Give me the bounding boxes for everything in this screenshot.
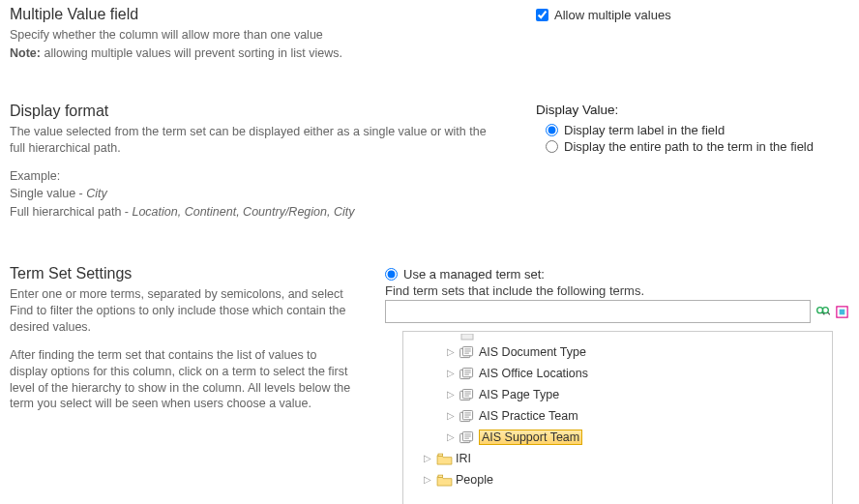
section-left: Display format The value selected from t… bbox=[10, 103, 532, 222]
folder-icon bbox=[436, 474, 452, 487]
termset-icon bbox=[459, 389, 475, 401]
tree-row[interactable]: ▷People bbox=[405, 469, 830, 490]
display-radio-label-row[interactable]: Display term label in the field bbox=[546, 123, 849, 137]
expand-arrow-icon[interactable]: ▷ bbox=[446, 390, 456, 400]
example-full-value: Location, Continent, Country/Region, Cit… bbox=[132, 205, 354, 219]
display-radio-path[interactable] bbox=[546, 140, 558, 153]
tree-row[interactable]: ▷AIS Page Type bbox=[405, 384, 830, 405]
allow-multiple-checkbox[interactable] bbox=[536, 9, 548, 21]
find-termsets-hint: Find term sets that include the followin… bbox=[385, 283, 849, 298]
use-managed-termset-radio[interactable] bbox=[385, 268, 398, 281]
tree-item-label[interactable]: AIS Office Locations bbox=[479, 367, 588, 380]
find-icon[interactable] bbox=[815, 304, 830, 319]
desc-display-format-1: The value selected from the term set can… bbox=[10, 124, 503, 157]
heading-multiple-value: Multiple Value field bbox=[10, 6, 503, 23]
example-single-prefix: Single value - bbox=[10, 187, 86, 200]
heading-display-format: Display format bbox=[10, 103, 503, 120]
expand-arrow-icon[interactable]: ▷ bbox=[446, 432, 456, 442]
tree-item-label[interactable]: AIS Support Team bbox=[479, 430, 582, 445]
svg-rect-6 bbox=[461, 334, 473, 340]
example-single: Single value - City bbox=[10, 186, 503, 202]
termset-icon bbox=[459, 346, 475, 359]
section-right: Allow multiple values bbox=[532, 6, 849, 64]
example-full-prefix: Full hierarchical path - bbox=[10, 205, 132, 219]
reset-icon[interactable] bbox=[834, 304, 849, 319]
section-right: Display Value: Display term label in the… bbox=[532, 103, 849, 222]
section-left: Term Set Settings Enter one or more term… bbox=[10, 265, 381, 504]
termset-icon bbox=[459, 431, 475, 444]
heading-termset-settings: Term Set Settings bbox=[10, 265, 352, 282]
desc-termset-1: Enter one or more terms, separated by se… bbox=[10, 286, 352, 336]
expand-arrow-icon[interactable]: ▷ bbox=[446, 369, 456, 378]
tree-row[interactable]: ▷AIS Document Type bbox=[405, 341, 830, 363]
display-value-heading: Display Value: bbox=[536, 103, 849, 117]
allow-multiple-label: Allow multiple values bbox=[554, 8, 671, 22]
display-radio-label[interactable] bbox=[546, 124, 558, 136]
tree-row[interactable]: ▷AIS Practice Team bbox=[405, 405, 830, 427]
allow-multiple-row[interactable]: Allow multiple values bbox=[536, 8, 849, 22]
example-label: Example: bbox=[10, 168, 503, 185]
section-termset-settings: Term Set Settings Enter one or more term… bbox=[0, 259, 859, 504]
note-prefix: Note: bbox=[10, 46, 41, 60]
folder-icon bbox=[436, 453, 452, 465]
expand-arrow-icon[interactable]: ▷ bbox=[446, 411, 456, 421]
svg-line-3 bbox=[827, 312, 829, 314]
tree-row[interactable]: ▷AIS Support Team bbox=[405, 427, 830, 448]
display-radio-path-text: Display the entire path to the term in t… bbox=[564, 139, 814, 154]
tree-item-label[interactable]: AIS Document Type bbox=[479, 345, 586, 359]
note-rest: allowing multiple values will prevent so… bbox=[41, 46, 342, 60]
desc-multiple-value-2: Note: allowing multiple values will prev… bbox=[10, 45, 503, 62]
example-single-value: City bbox=[86, 187, 107, 200]
use-managed-termset-label: Use a managed term set: bbox=[403, 267, 545, 282]
tree-row[interactable]: ▷IRI bbox=[405, 448, 830, 469]
tree-row[interactable]: ▷AIS Office Locations bbox=[405, 363, 830, 384]
desc-multiple-value-1: Specify whether the column will allow mo… bbox=[10, 27, 503, 44]
section-left: Multiple Value field Specify whether the… bbox=[10, 6, 532, 64]
svg-rect-5 bbox=[839, 309, 844, 314]
example-full: Full hierarchical path - Location, Conti… bbox=[10, 204, 503, 221]
tree-item-label[interactable]: IRI bbox=[456, 452, 471, 465]
tree-row-partial bbox=[405, 332, 830, 341]
expand-arrow-icon[interactable]: ▷ bbox=[446, 347, 456, 357]
section-multiple-value: Multiple Value field Specify whether the… bbox=[0, 0, 859, 74]
display-radio-label-text: Display term label in the field bbox=[564, 123, 725, 137]
section-right: Use a managed term set: Find term sets t… bbox=[381, 265, 849, 504]
section-display-format: Display format The value selected from t… bbox=[0, 97, 859, 232]
termset-tree[interactable]: ▷AIS Document Type▷AIS Office Locations▷… bbox=[402, 331, 833, 504]
desc-termset-2: After finding the term set that contains… bbox=[10, 347, 352, 413]
termset-icon bbox=[459, 368, 475, 380]
tree-item-label[interactable]: People bbox=[456, 473, 493, 487]
expand-arrow-icon[interactable]: ▷ bbox=[423, 475, 432, 485]
use-managed-termset-row[interactable]: Use a managed term set: bbox=[385, 267, 849, 282]
tree-item-label[interactable]: AIS Practice Team bbox=[479, 409, 578, 423]
termset-search-input[interactable] bbox=[385, 300, 811, 323]
termset-icon bbox=[459, 410, 475, 423]
expand-arrow-icon[interactable]: ▷ bbox=[423, 454, 432, 463]
termset-search-row bbox=[385, 300, 849, 323]
display-radio-path-row[interactable]: Display the entire path to the term in t… bbox=[546, 139, 849, 154]
tree-item-label[interactable]: AIS Page Type bbox=[479, 388, 559, 401]
